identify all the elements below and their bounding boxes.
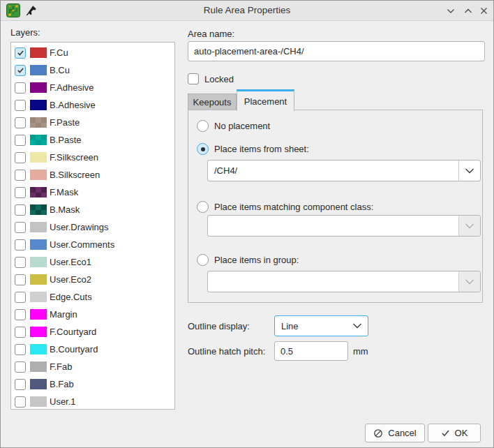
- layer-checkbox[interactable]: [15, 344, 26, 355]
- layer-row[interactable]: B.Silkscreen: [11, 166, 174, 184]
- layer-checkbox[interactable]: [15, 361, 26, 373]
- layer-checkbox[interactable]: [15, 239, 26, 251]
- layer-checkbox[interactable]: [15, 379, 26, 390]
- layer-checkbox[interactable]: [15, 152, 26, 163]
- option-from-sheet[interactable]: Place items from sheet:: [197, 143, 309, 155]
- area-name-input[interactable]: [188, 41, 485, 61]
- layer-checkbox[interactable]: [15, 100, 26, 111]
- layer-row[interactable]: User.1: [11, 393, 174, 410]
- layer-checkbox[interactable]: [15, 396, 26, 408]
- layer-color-swatch: [30, 361, 47, 372]
- maximize-button[interactable]: [462, 5, 474, 17]
- placement-radio[interactable]: [197, 143, 209, 155]
- layer-label: B.Fab: [50, 379, 74, 389]
- layer-row[interactable]: User.Comments: [11, 236, 174, 253]
- window-titlebar: Rule Area Properties: [1, 1, 493, 21]
- option-component-class[interactable]: Place items matching component class:: [197, 201, 373, 213]
- layer-label: User.Comments: [50, 239, 114, 250]
- layer-row[interactable]: F.Cu: [11, 44, 174, 61]
- layer-label: User.Eco2: [50, 274, 91, 285]
- group-combo[interactable]: [207, 271, 481, 292]
- layer-row[interactable]: F.Adhesive: [11, 79, 174, 96]
- layer-row[interactable]: Margin: [11, 306, 174, 323]
- layer-checkbox[interactable]: [15, 257, 26, 268]
- layer-color-swatch: [30, 82, 47, 93]
- layer-checkbox[interactable]: [15, 292, 26, 303]
- layer-label: B.Cu: [50, 65, 70, 75]
- layer-color-swatch: [30, 292, 47, 302]
- layer-checkbox[interactable]: [15, 135, 26, 146]
- component-class-combo[interactable]: [207, 215, 481, 237]
- locked-checkbox-row[interactable]: Locked: [188, 73, 234, 84]
- sheet-combo[interactable]: /CH4/: [207, 160, 481, 181]
- layer-row[interactable]: B.Mask: [11, 201, 174, 218]
- layer-row[interactable]: F.Silkscreen: [11, 149, 174, 166]
- layer-checkbox[interactable]: [15, 117, 26, 128]
- chevron-down-icon[interactable]: [458, 160, 480, 181]
- layer-row[interactable]: F.Courtyard: [11, 323, 174, 341]
- option-in-group[interactable]: Place items in group:: [197, 254, 299, 266]
- outline-display-value: Line: [275, 316, 347, 336]
- layer-label: F.Paste: [50, 117, 80, 128]
- layer-row[interactable]: B.Fab: [11, 375, 174, 393]
- outline-hatch-input[interactable]: [274, 341, 348, 361]
- layer-color-swatch: [30, 65, 47, 75]
- layer-checkbox[interactable]: [15, 222, 26, 233]
- layer-checkbox[interactable]: [15, 187, 26, 198]
- minimize-button[interactable]: [444, 5, 456, 17]
- locked-checkbox[interactable]: [188, 73, 199, 84]
- placement-radio[interactable]: [197, 120, 209, 132]
- layer-label: Edge.Cuts: [50, 292, 92, 302]
- layer-label: User.1: [50, 396, 76, 407]
- layer-row[interactable]: F.Paste: [11, 114, 174, 131]
- close-icon: [480, 7, 488, 15]
- layer-color-swatch: [30, 135, 47, 145]
- layer-row[interactable]: B.Cu: [11, 61, 174, 79]
- layer-label: User.Drawings: [50, 222, 109, 232]
- layer-checkbox[interactable]: [15, 65, 26, 76]
- group-combo-value: [208, 271, 458, 292]
- close-button[interactable]: [478, 5, 490, 17]
- cancel-label: Cancel: [388, 428, 416, 438]
- layer-checkbox[interactable]: [15, 170, 26, 181]
- layer-checkbox[interactable]: [15, 82, 26, 94]
- layer-label: F.Silkscreen: [50, 152, 98, 163]
- layer-row[interactable]: User.Eco1: [11, 253, 174, 271]
- cancel-button[interactable]: Cancel: [365, 424, 425, 442]
- layer-color-swatch: [30, 327, 47, 337]
- layer-label: B.Courtyard: [50, 344, 98, 354]
- layer-checkbox[interactable]: [15, 309, 26, 320]
- layer-row[interactable]: User.Drawings: [11, 218, 174, 236]
- layer-row[interactable]: F.Mask: [11, 184, 174, 201]
- chevron-down-icon: [458, 271, 480, 292]
- layer-row[interactable]: F.Fab: [11, 358, 174, 375]
- layer-color-swatch: [30, 344, 47, 354]
- ok-button[interactable]: OK: [428, 424, 481, 442]
- chevron-down-icon[interactable]: [347, 316, 368, 336]
- layer-row[interactable]: User.Eco2: [11, 271, 174, 288]
- placement-radio[interactable]: [197, 201, 209, 213]
- layer-checkbox[interactable]: [15, 274, 26, 285]
- tab-placement[interactable]: Placement: [237, 89, 294, 111]
- chevron-down-icon: [458, 216, 480, 236]
- window-title: Rule Area Properties: [1, 1, 493, 20]
- ok-label: OK: [455, 428, 468, 438]
- layer-color-swatch: [30, 379, 47, 389]
- layers-list[interactable]: F.Cu B.Cu F.Adhesive: [10, 42, 175, 410]
- checkmark-icon: [17, 66, 24, 74]
- layer-row[interactable]: B.Adhesive: [11, 96, 174, 114]
- tab-placement-label: Placement: [244, 96, 287, 107]
- layer-checkbox[interactable]: [15, 47, 26, 59]
- layer-row[interactable]: Edge.Cuts: [11, 288, 174, 306]
- option-no-placement[interactable]: No placement: [197, 120, 270, 132]
- placement-radio[interactable]: [197, 254, 209, 266]
- component-class-combo-value: [208, 216, 458, 236]
- outline-display-select[interactable]: Line: [274, 315, 368, 336]
- layer-checkbox[interactable]: [15, 327, 26, 338]
- layer-label: F.Mask: [50, 187, 78, 197]
- tab-keepouts[interactable]: Keepouts: [188, 94, 237, 110]
- layer-row[interactable]: B.Paste: [11, 131, 174, 149]
- layer-checkbox[interactable]: [15, 204, 26, 216]
- layer-row[interactable]: B.Courtyard: [11, 341, 174, 358]
- option-label: No placement: [214, 121, 270, 131]
